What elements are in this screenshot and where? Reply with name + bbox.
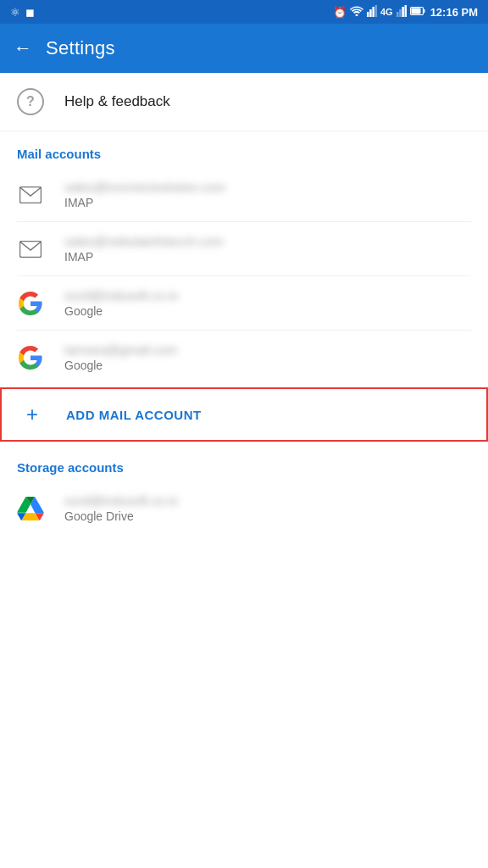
- account-type-4: Google: [64, 359, 178, 372]
- signal2-icon: [396, 5, 407, 19]
- svg-rect-6: [399, 9, 402, 17]
- app-bar: ← Settings: [0, 24, 488, 73]
- add-mail-label: ADD MAIL ACCOUNT: [66, 408, 202, 422]
- mail-account-row-4[interactable]: tanvara@gmail.com Google: [0, 331, 488, 384]
- help-feedback-row[interactable]: ? Help & feedback: [0, 73, 488, 131]
- wifi-icon: [350, 5, 363, 19]
- svg-point-0: [355, 14, 358, 17]
- storage-account-type-1: Google Drive: [64, 509, 178, 523]
- 4g-label: 4G: [380, 7, 393, 17]
- account-type-1: IMAP: [64, 196, 225, 209]
- svg-rect-4: [374, 5, 377, 17]
- battery-icon: [410, 6, 425, 19]
- app-bar-title: Settings: [46, 37, 115, 59]
- svg-rect-3: [372, 7, 374, 17]
- svg-rect-5: [396, 12, 399, 17]
- mail-account-info-4: tanvara@gmail.com Google: [64, 342, 178, 372]
- image-icon: ◼: [25, 6, 35, 19]
- storage-account-row-1[interactable]: sunil@indusoft.co.in Google Drive: [0, 481, 488, 535]
- storage-account-info-1: sunil@indusoft.co.in Google Drive: [64, 493, 178, 523]
- google-icon-2: [17, 344, 44, 371]
- account-email-4: tanvara@gmail.com: [64, 342, 178, 357]
- mail-account-row-3[interactable]: sunil@indusoft.co.in Google: [0, 276, 488, 330]
- mail-icon-2: [17, 236, 44, 263]
- settings-content: ? Help & feedback Mail accounts sales@ic…: [0, 73, 488, 535]
- svg-rect-7: [402, 7, 404, 17]
- help-icon: ?: [17, 88, 44, 115]
- account-email-1: sales@iconnectsolution.com: [64, 180, 225, 194]
- google-icon-1: [17, 290, 44, 317]
- mail-account-info-1: sales@iconnectsolution.com IMAP: [64, 180, 225, 209]
- storage-account-email-1: sunil@indusoft.co.in: [64, 493, 178, 508]
- mail-icon-1: [17, 181, 44, 209]
- svg-rect-2: [369, 9, 372, 17]
- mail-account-row-2[interactable]: sales@nebulainfotecch.com IMAP: [0, 222, 488, 275]
- add-mail-account-button[interactable]: + ADD MAIL ACCOUNT: [0, 387, 488, 442]
- svg-rect-11: [423, 8, 424, 12]
- status-bar-left: ⚛ ◼: [10, 6, 35, 19]
- time-display: 12:16 PM: [430, 6, 478, 19]
- back-button[interactable]: ←: [14, 37, 32, 59]
- svg-rect-10: [411, 8, 420, 14]
- account-type-2: IMAP: [64, 250, 224, 264]
- status-bar-right: ⏰ 4G: [333, 5, 478, 19]
- account-type-3: Google: [64, 304, 178, 318]
- account-email-2: sales@nebulainfotecch.com: [64, 234, 224, 248]
- mail-account-info-2: sales@nebulainfotecch.com IMAP: [64, 234, 224, 264]
- add-icon: +: [19, 404, 46, 425]
- mail-account-row-1[interactable]: sales@iconnectsolution.com IMAP: [0, 168, 488, 221]
- mail-account-info-3: sunil@indusoft.co.in Google: [64, 288, 178, 318]
- signal-icon: [367, 5, 377, 19]
- svg-rect-1: [367, 12, 369, 17]
- svg-rect-8: [404, 5, 407, 17]
- help-feedback-label: Help & feedback: [64, 93, 170, 110]
- alarm-icon: ⏰: [333, 6, 347, 19]
- account-email-3: sunil@indusoft.co.in: [64, 288, 178, 303]
- google-drive-icon: [17, 495, 44, 522]
- at-icon: ⚛: [10, 6, 20, 19]
- mail-accounts-header: Mail accounts: [0, 131, 488, 168]
- storage-accounts-header: Storage accounts: [0, 445, 488, 481]
- status-bar: ⚛ ◼ ⏰ 4G: [0, 0, 488, 24]
